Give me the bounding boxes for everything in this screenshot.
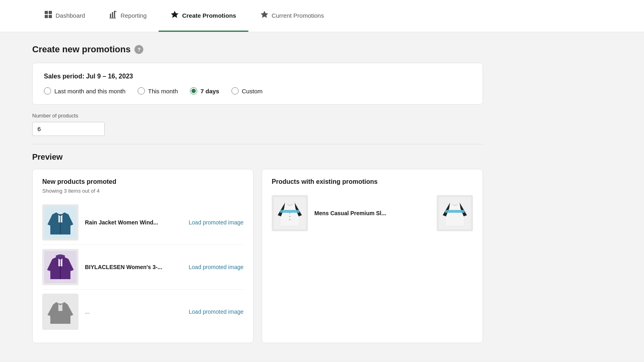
main-content: Create new promotions ? Sales period: Ju…: [0, 32, 515, 355]
number-of-products-label: Number of products: [32, 113, 483, 119]
dashboard-icon: [44, 10, 52, 21]
tab-dashboard[interactable]: Dashboard: [32, 0, 97, 32]
svg-rect-1: [49, 11, 52, 14]
preview-grid: New products promoted Showing 3 items ou…: [32, 169, 483, 343]
page-title: Create new promotions: [32, 44, 130, 55]
radio-label-last-month: Last month and this month: [54, 88, 126, 95]
reporting-icon: [109, 10, 117, 21]
current-promotions-icon: [260, 10, 268, 21]
product-name-3: ...: [85, 309, 182, 315]
radio-input-last-month[interactable]: [44, 87, 51, 95]
svg-rect-0: [45, 11, 48, 14]
nav-bar: Dashboard Reporting Create Promotions: [0, 0, 644, 32]
radio-input-this-month[interactable]: [138, 87, 145, 95]
tab-reporting-label: Reporting: [120, 12, 147, 19]
tab-current-promotions-label: Current Promotions: [272, 12, 324, 19]
radio-input-custom[interactable]: [231, 87, 239, 95]
section-divider: [32, 144, 483, 144]
product-row-1: Rain Jacket Women Wind... Load promoted …: [42, 200, 244, 245]
product-row-3: ... Load promoted image: [42, 290, 244, 334]
existing-promotions-title: Products with existing promotions: [272, 178, 473, 185]
load-promoted-image-link-3[interactable]: Load promoted image: [189, 309, 244, 315]
tab-dashboard-label: Dashboard: [56, 12, 85, 19]
showing-label: Showing 3 items out of 4: [42, 188, 244, 194]
svg-marker-9: [171, 11, 179, 18]
tab-create-promotions[interactable]: Create Promotions: [159, 0, 248, 32]
tab-create-promotions-label: Create Promotions: [182, 12, 236, 19]
tab-current-promotions[interactable]: Current Promotions: [248, 0, 336, 32]
product-name-1: Rain Jacket Women Wind...: [85, 219, 182, 226]
svg-rect-5: [112, 12, 113, 18]
page-title-row: Create new promotions ?: [32, 44, 483, 55]
radio-label-custom: Custom: [242, 88, 263, 95]
product-count-spinner[interactable]: ▲ ▼: [32, 122, 105, 136]
product-thumb-3: [42, 294, 78, 330]
preview-title: Preview: [32, 152, 483, 162]
radio-7-days[interactable]: 7 days: [190, 87, 219, 95]
radio-custom[interactable]: Custom: [231, 87, 263, 95]
svg-rect-2: [45, 15, 48, 18]
product-thumb-1: [42, 204, 78, 241]
radio-input-7-days[interactable]: [190, 87, 197, 95]
product-row-2: BIYLACLESEN Women's 3-... Load promoted …: [42, 245, 244, 290]
promo-thumb-1: [272, 195, 308, 231]
sales-period-card: Sales period: Jul 9 – 16, 2023 Last mont…: [32, 63, 483, 105]
product-list: Rain Jacket Women Wind... Load promoted …: [42, 200, 244, 334]
radio-label-this-month: This month: [148, 88, 178, 95]
svg-rect-22: [445, 210, 464, 213]
radio-label-7-days: 7 days: [200, 88, 219, 95]
product-name-2: BIYLACLESEN Women's 3-...: [85, 264, 182, 270]
radio-last-month-this-month[interactable]: Last month and this month: [44, 87, 126, 95]
product-thumb-2: [42, 249, 78, 285]
radio-group-period: Last month and this month This month 7 d…: [44, 87, 471, 95]
svg-point-18: [289, 213, 291, 214]
load-promoted-image-link-1[interactable]: Load promoted image: [189, 219, 244, 226]
svg-rect-3: [49, 15, 52, 18]
svg-rect-6: [114, 11, 115, 18]
help-icon[interactable]: ?: [134, 45, 143, 54]
create-promotions-icon: [171, 10, 179, 21]
svg-point-19: [289, 216, 291, 217]
tab-reporting[interactable]: Reporting: [97, 0, 159, 32]
number-of-products-section: Number of products ▲ ▼: [32, 113, 483, 136]
svg-marker-10: [260, 11, 268, 18]
sales-period-label: Sales period: Jul 9 – 16, 2023: [44, 73, 471, 80]
existing-promotions-card: Products with existing promotions: [262, 169, 483, 343]
radio-this-month[interactable]: This month: [138, 87, 178, 95]
preview-section: Preview New products promoted Showing 3 …: [32, 152, 483, 343]
new-products-title: New products promoted: [42, 178, 244, 185]
svg-rect-17: [280, 210, 299, 213]
promo-thumb-2: [437, 195, 473, 231]
svg-point-20: [289, 219, 291, 220]
product-count-input[interactable]: [33, 122, 105, 136]
load-promoted-image-link-2[interactable]: Load promoted image: [189, 264, 244, 270]
existing-promo-row: Mens Casual Premium Sl...: [272, 195, 473, 231]
promo-product-name-1: Mens Casual Premium Sl...: [314, 210, 430, 216]
new-products-card: New products promoted Showing 3 items ou…: [32, 169, 254, 343]
svg-rect-4: [110, 14, 111, 18]
